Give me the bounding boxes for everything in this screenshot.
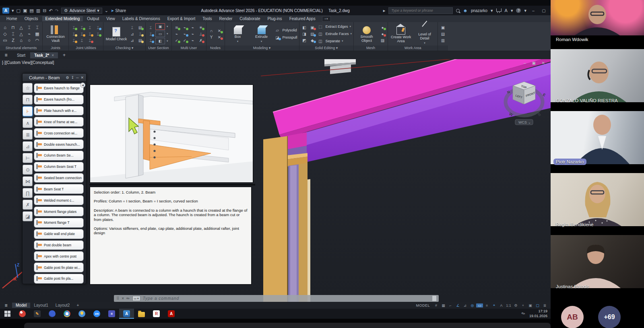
tab-menu-icon[interactable]: ≡ bbox=[0, 52, 12, 58]
taskbar-app-chrome[interactable] bbox=[60, 309, 74, 319]
presspull-button[interactable]: ◪Presspull bbox=[274, 34, 297, 41]
taskbar-app-advance-steel[interactable]: A bbox=[119, 309, 134, 319]
taskbar-app-maps[interactable] bbox=[74, 309, 89, 319]
section-view-icon[interactable]: ▣ bbox=[155, 23, 165, 30]
node-tool-icon[interactable]: ✕ bbox=[216, 28, 223, 34]
category-special[interactable]: ✗ bbox=[23, 200, 33, 210]
panel-settings-icon[interactable]: ⚙ bbox=[66, 76, 69, 80]
curved-beam-icon[interactable]: ◠ bbox=[34, 37, 41, 43]
smooth-object-button[interactable]: Smooth Object bbox=[355, 25, 378, 43]
tab-plugins[interactable]: Plug-ins bbox=[264, 16, 285, 21]
building-icon[interactable]: ⌂ bbox=[18, 37, 25, 43]
scroll-up-icon[interactable]: ◀ bbox=[80, 83, 85, 88]
workspace-gear-icon[interactable]: ⚙ bbox=[512, 303, 519, 307]
joint-type-item[interactable]: Post double beam bbox=[34, 240, 84, 250]
pen-tray-icon[interactable]: ✎ bbox=[520, 311, 526, 317]
layout-tab-layout2[interactable]: Layout2 bbox=[52, 303, 74, 308]
restore-window-icon[interactable]: ▢ bbox=[540, 8, 547, 13]
category-pin[interactable]: ⊙ bbox=[23, 165, 33, 175]
avatar[interactable]: AB bbox=[561, 306, 584, 328]
joint-type-item[interactable]: Eaves haunch (fro... bbox=[34, 95, 84, 105]
taskbar-app-browser[interactable] bbox=[15, 309, 30, 319]
multiuser-tool-icon[interactable]: ⌁ bbox=[190, 25, 196, 31]
search-icon[interactable] bbox=[456, 9, 460, 12]
solid-tool-icon[interactable]: ▣ bbox=[309, 25, 316, 31]
level-of-detail-button[interactable]: Level of Detail▾ bbox=[413, 23, 436, 44]
multiuser-tool-icon[interactable]: ✳ bbox=[198, 25, 204, 31]
graphics-perf-icon[interactable]: ▣ bbox=[527, 303, 534, 307]
joint-tool-icon[interactable]: ⌶ bbox=[87, 25, 93, 31]
check-tool-icon[interactable]: ⊿ bbox=[129, 37, 136, 43]
command-customize-icon[interactable]: ✎ bbox=[126, 296, 131, 301]
category-column-beam[interactable]: ⊦ bbox=[23, 106, 33, 116]
column-side-face[interactable] bbox=[299, 163, 308, 302]
node-tool-icon[interactable]: ✕ bbox=[216, 34, 223, 40]
viewcube[interactable]: N E W S TOP LEFT FRONT WCS ⌄ bbox=[503, 74, 547, 127]
redo-icon[interactable]: ↷ bbox=[55, 8, 59, 13]
check-tool-icon[interactable]: ▤ bbox=[137, 25, 144, 31]
taskbar-app-teams[interactable]: ii bbox=[104, 309, 119, 319]
solid-tool-icon[interactable]: ◨ bbox=[301, 31, 308, 37]
section-boundary-icon[interactable]: ▭ bbox=[155, 31, 165, 37]
portal-frame-icon[interactable]: ⌂ bbox=[2, 25, 8, 31]
grid-display-icon[interactable]: # bbox=[433, 303, 440, 307]
annotation-monitor-icon[interactable]: + bbox=[520, 303, 526, 307]
multiuser-tool-icon[interactable]: ≋ bbox=[173, 25, 180, 31]
taskbar-clock[interactable]: 17:1919.01.2026 bbox=[529, 309, 547, 318]
joint-type-item[interactable]: Cross connection wi... bbox=[34, 128, 84, 138]
participant-tile[interactable]: GONZALO VALIÑO RIESTRA bbox=[551, 45, 644, 106]
clipboard-tool-icon[interactable]: ▣ bbox=[440, 25, 446, 31]
joint-type-item[interactable]: Gable wall end plate bbox=[34, 229, 84, 239]
tab-start[interactable]: Start bbox=[13, 52, 29, 58]
solid-tool-icon[interactable]: ◩ bbox=[301, 37, 308, 43]
command-grip-icon[interactable]: ⠿ bbox=[116, 296, 119, 301]
layout-tab-layout1[interactable]: Layout1 bbox=[30, 303, 52, 308]
participant-tile[interactable]: Piotr Nazarko bbox=[551, 107, 644, 168]
category-base-plates[interactable]: ⊓ bbox=[23, 95, 33, 105]
frame-icon[interactable]: ⊓ bbox=[10, 25, 17, 31]
snap-mode-icon[interactable]: ▦ bbox=[440, 303, 447, 307]
separate-button[interactable]: ◫Separate▾ bbox=[317, 38, 352, 45]
connection-vault-button[interactable]: Connection Vault bbox=[44, 25, 67, 43]
joint-type-item[interactable]: Moment flange plates bbox=[34, 206, 84, 217]
circle-element-icon[interactable]: ○ bbox=[26, 37, 33, 43]
panel-minimize-icon[interactable]: ─ bbox=[76, 76, 78, 80]
plot-icon[interactable]: ⊟ bbox=[43, 8, 46, 13]
dynamic-input-icon[interactable]: ⌖ bbox=[491, 303, 497, 307]
joint-type-item[interactable]: Seated beam connection bbox=[34, 173, 84, 183]
clipboard-tool-icon[interactable]: ▥ bbox=[440, 37, 446, 43]
clean-screen-icon[interactable]: ▢ bbox=[534, 303, 541, 307]
customize-status-icon[interactable]: ≣ bbox=[541, 303, 548, 307]
category-welded[interactable]: ⊿ bbox=[23, 141, 33, 151]
multiuser-tool-icon[interactable]: ⌁ bbox=[173, 31, 180, 37]
node-tool-icon[interactable]: Y bbox=[208, 34, 215, 40]
multiuser-tool-icon[interactable]: ✗ bbox=[198, 37, 204, 43]
tab-collaborate[interactable]: Collaborate bbox=[236, 16, 263, 21]
taskbar-app-acrobat[interactable]: A bbox=[164, 309, 179, 319]
mesh-reduce-icon[interactable]: ● bbox=[379, 31, 386, 37]
compass-s[interactable]: S bbox=[537, 112, 541, 117]
keyword-search[interactable] bbox=[388, 7, 453, 14]
signed-in-user[interactable]: pnazarko bbox=[471, 8, 487, 13]
truss-icon[interactable]: ◇ bbox=[2, 31, 8, 37]
search-input[interactable] bbox=[390, 8, 451, 13]
joint-tool-icon[interactable]: ⌶ bbox=[78, 31, 85, 37]
save-as-icon[interactable]: ▥ bbox=[36, 8, 40, 13]
category-misc[interactable]: ◪ bbox=[23, 211, 33, 221]
category-purlin[interactable]: ∏ bbox=[23, 188, 33, 198]
section-tool-icon[interactable]: ⌶ bbox=[147, 25, 154, 31]
extrude-faces-button[interactable]: ◫Extrude Faces▾ bbox=[317, 31, 352, 37]
new-drawing-tab-icon[interactable]: + bbox=[59, 52, 70, 58]
solid-tool-icon[interactable]: ▤ bbox=[309, 31, 316, 37]
section-fill-icon[interactable]: ◧ bbox=[155, 38, 165, 44]
joint-tool-icon[interactable]: ⌶ bbox=[70, 25, 77, 31]
joint-tool-icon[interactable] bbox=[95, 37, 101, 43]
joint-type-item[interactable]: Welded moment c... bbox=[34, 195, 84, 205]
plate-icon[interactable]: ▭ bbox=[2, 37, 8, 43]
help-icon[interactable]: ? bbox=[516, 8, 521, 13]
column-icon[interactable]: ⌶ bbox=[10, 31, 17, 37]
check-tool-icon[interactable]: ▤ bbox=[137, 37, 144, 43]
joint-tool-icon[interactable]: ⌶ bbox=[78, 37, 85, 43]
joint-type-item[interactable]: Knee of frame at we... bbox=[34, 117, 84, 127]
tab-featured-apps[interactable]: Featured Apps bbox=[286, 16, 319, 21]
